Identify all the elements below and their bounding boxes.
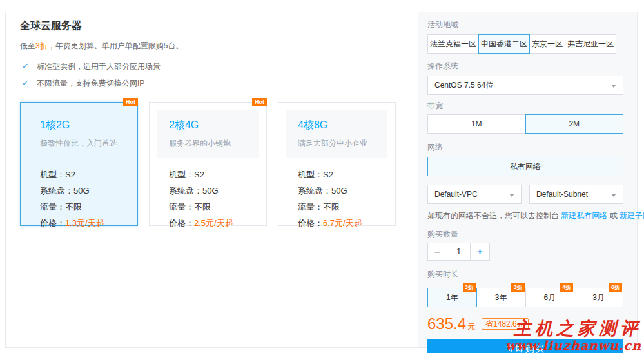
config-panel: 活动地域 法兰克福一区 中国香港二区 东京一区 弗吉尼亚一区 操作系统 Cent… [418,12,637,347]
duration-options: 3折 1年 3折 3年 4折 6月 6折 3月 [427,288,623,307]
quantity-increase-button[interactable]: + [470,243,490,261]
quantity-value[interactable]: 1 [447,243,471,261]
bandwidth-option-2m[interactable]: 2M [525,114,624,134]
spec-row-price: 价格：6.7元/天起 [298,215,387,231]
spec-row: 机型：S2 [169,166,259,183]
plan-card-header: 1核2G 极致性价比，入门首选 [28,110,130,158]
region-option-frankfurt[interactable]: 法兰克福一区 [427,34,479,54]
chevron-down-icon [611,85,616,88]
discount-badge: 3折 [463,283,476,292]
hot-badge: Hot [123,98,138,106]
bandwidth-label: 带宽 [427,101,623,110]
spec-row: 系统盘：50G [298,183,387,199]
plan-card-header: 2核4G 服务器界的小钢炮 [157,110,259,158]
create-vpc-link[interactable]: 新建私有网络 [561,211,607,220]
hot-badge: Hot [252,98,267,106]
subnet-select-value: Default-Subnet [536,190,588,199]
page: 全球云服务器 低至3折，年费更划算。单用户单配置限购5台。 ✓ 标准型实例，适用… [0,0,644,353]
spec-row-price: 价格：2.5元/天起 [169,215,259,231]
plan-card-1core2g[interactable]: Hot 1核2G 极致性价比，入门首选 机型：S2 系统盘：50G 流量：不限 … [20,102,138,226]
subnet-select[interactable]: Default-Subnet [529,185,623,204]
buy-now-button[interactable]: 立即购买 [427,339,623,353]
spec-row-price: 价格：1.3元/天起 [40,215,130,231]
saving-badge: 省1482.6元 [482,318,529,330]
plan-desc: 服务器界的小钢炮 [169,138,253,149]
price-currency: 元 [467,321,475,332]
region-option-hongkong[interactable]: 中国香港二区 [478,34,530,54]
feature-item: ✓ 不限流量，支持免费切换公网IP [20,75,418,92]
quantity-label: 购买数量 [427,230,623,239]
region-options: 法兰克福一区 中国香港二区 东京一区 弗吉尼亚一区 [427,34,623,54]
vpc-select-value: Default-VPC [434,190,478,199]
feature-text: 标准型实例，适用于大部分应用场景 [37,58,161,75]
check-icon: ✓ [22,58,29,75]
promo-widget: 全球云服务器 低至3折，年费更划算。单用户单配置限购5台。 ✓ 标准型实例，适用… [5,12,638,348]
promo-suffix: ，年费更划算。单用户单配置限购5台。 [48,41,184,50]
create-subnet-link[interactable]: 新建子网 [620,211,644,220]
vpc-select[interactable]: Default-VPC [427,185,522,204]
spec-row: 系统盘：50G [40,183,130,199]
duration-option-1year[interactable]: 3折 1年 [427,288,477,307]
bandwidth-options: 1M 2M [427,114,623,134]
feature-text: 不限流量，支持免费切换公网IP [37,75,144,92]
plan-specs: 机型：S2 系统盘：50G 流量：不限 价格：1.3元/天起 [28,166,130,231]
os-label: 操作系统 [427,61,623,70]
feature-list: ✓ 标准型实例，适用于大部分应用场景 ✓ 不限流量，支持免费切换公网IP [20,58,418,92]
page-title: 全球云服务器 [20,19,418,33]
promo-discount: 3折 [35,41,48,50]
price-row: 635.4 元 省1482.6元 [427,315,623,333]
check-icon: ✓ [22,75,29,92]
bandwidth-option-1m[interactable]: 1M [427,114,526,134]
duration-option-6month[interactable]: 4折 6月 [525,288,575,307]
promo-prefix: 低至 [20,41,35,50]
duration-option-3year[interactable]: 3折 3年 [476,288,526,307]
duration-label: 购买时长 [427,270,623,279]
spec-row: 机型：S2 [298,166,387,183]
plan-desc: 满足大部分中小企业 [298,138,382,149]
plan-title: 2核4G [169,119,253,132]
plan-desc: 极致性价比，入门首选 [40,138,124,149]
plan-title: 4核8G [298,119,382,132]
region-option-virginia[interactable]: 弗吉尼亚一区 [565,34,616,54]
region-option-tokyo[interactable]: 东京一区 [529,34,565,54]
feature-item: ✓ 标准型实例，适用于大部分应用场景 [20,58,418,75]
discount-badge: 6折 [609,283,622,292]
discount-badge: 4折 [560,283,573,292]
chevron-down-icon [611,194,616,197]
vpc-row: Default-VPC Default-Subnet [427,185,623,204]
region-label: 活动地域 [427,20,623,29]
chevron-down-icon [509,194,514,197]
duration-option-3month[interactable]: 6折 3月 [574,288,623,307]
discount-badge: 3折 [511,283,524,292]
spec-row: 机型：S2 [40,166,130,183]
quantity-stepper: – 1 + [427,243,623,261]
spec-row: 流量：不限 [40,199,130,215]
plan-card-4core8g[interactable]: 4核8G 满足大部分中小企业 机型：S2 系统盘：50G 流量：不限 价格：6.… [278,102,396,226]
network-hint: 如现有的网络不合适，您可以去控制台 新建私有网络 或 新建子网 [427,210,623,221]
plan-card-2core4g[interactable]: Hot 2核4G 服务器界的小钢炮 机型：S2 系统盘：50G 流量：不限 价格… [149,102,267,226]
plan-card-list: Hot 1核2G 极致性价比，入门首选 机型：S2 系统盘：50G 流量：不限 … [20,102,418,226]
price-amount: 635.4 [427,315,466,333]
plan-card-header: 4核8G 满足大部分中小企业 [286,110,387,158]
spec-row: 流量：不限 [169,199,259,215]
network-mode-private[interactable]: 私有网络 [427,157,623,176]
os-select[interactable]: CentOS 7.5 64位 [427,76,623,95]
spec-row: 流量：不限 [298,199,387,215]
quantity-decrease-button[interactable]: – [427,243,447,261]
os-select-value: CentOS 7.5 64位 [434,81,493,90]
plan-specs: 机型：S2 系统盘：50G 流量：不限 价格：2.5元/天起 [157,166,259,231]
plan-specs: 机型：S2 系统盘：50G 流量：不限 价格：6.7元/天起 [286,166,387,231]
spec-row: 系统盘：50G [169,183,259,199]
promo-line: 低至3折，年费更划算。单用户单配置限购5台。 [20,41,418,52]
product-pane: 全球云服务器 低至3折，年费更划算。单用户单配置限购5台。 ✓ 标准型实例，适用… [6,12,418,347]
network-mode-row: 私有网络 [427,152,623,176]
network-label: 网络 [427,143,623,152]
plan-title: 1核2G [40,119,124,132]
